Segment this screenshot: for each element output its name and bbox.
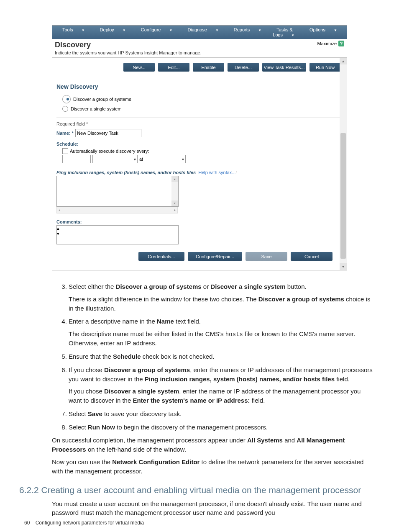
schedule-checkbox[interactable] (62, 148, 68, 154)
cancel-button[interactable]: Cancel (291, 252, 332, 261)
comments-label: Comments: (56, 219, 82, 224)
ping-label: Ping inclusion ranges, system (hosts) na… (56, 170, 196, 175)
radio-icon (62, 95, 71, 103)
run-now-button[interactable]: Run Now (309, 63, 341, 72)
radio-single-system[interactable]: Discover a single system (62, 106, 341, 112)
enable-button[interactable]: Enable (193, 63, 224, 72)
divider (56, 118, 341, 118)
section-heading: New Discovery (56, 83, 341, 90)
page-title: Discovery (55, 41, 91, 49)
new-button[interactable]: New... (123, 63, 155, 72)
section-6-2-2-body: You must create a user account on the ma… (52, 499, 375, 518)
textarea-scrollbar[interactable]: ▴▾ (57, 226, 178, 236)
schedule-heading: Schedule: (56, 141, 341, 146)
step-5: Ensure that the Schedule check box is no… (69, 352, 375, 361)
radio-label: Discover a group of systems (73, 97, 131, 102)
help-with-syntax-link[interactable]: Help with syntax... (198, 170, 235, 175)
menu-reports[interactable]: Reports▼ (226, 26, 269, 38)
name-field[interactable] (75, 129, 141, 137)
view-task-results-button[interactable]: View Task Results... (262, 63, 306, 72)
menu-options[interactable]: Options▼ (302, 26, 345, 38)
step-6: If you chose Discover a group of systems… (69, 365, 375, 405)
vertical-scrollbar[interactable]: ▲ ▼ (340, 58, 347, 270)
menu-help[interactable]: Help▼ (345, 26, 381, 38)
menu-tasks-logs[interactable]: Tasks & Logs▼ (269, 26, 302, 38)
radio-group-systems[interactable]: Discover a group of systems (62, 95, 341, 103)
save-button[interactable]: Save (246, 252, 287, 261)
comments-textarea[interactable]: ▴▾ (56, 225, 179, 244)
section-6-2-2-heading: 6.2.2 Creating a user account and enabli… (19, 485, 375, 496)
step-7: Select Save to save your discovery task. (69, 409, 375, 419)
scroll-down-icon[interactable]: ▼ (340, 263, 347, 270)
textarea-hscroll[interactable]: ◂▸ (56, 207, 178, 213)
edit-button[interactable]: Edit... (158, 63, 189, 72)
menu-deploy[interactable]: Deploy▼ (92, 26, 133, 38)
maximize-link[interactable]: Maximize (317, 41, 337, 46)
textarea-scrollbar[interactable]: ▴▾ (171, 176, 178, 206)
instructions: Select either the Discover a group of sy… (52, 282, 375, 475)
scroll-thumb[interactable] (340, 133, 346, 259)
delete-button[interactable]: Delete... (228, 63, 259, 72)
page-footer: 60 Configuring network parameters for vi… (24, 520, 144, 526)
schedule-time-select[interactable]: ▾ (145, 155, 186, 163)
required-note: Required field * (56, 121, 341, 126)
schedule-unit-select[interactable]: ▾ (92, 155, 138, 163)
subtitle: Indicate the systems you want HP Systems… (52, 50, 347, 57)
schedule-auto-label: Automatically execute discovery every: (70, 149, 149, 154)
schedule-at-label: at (139, 157, 143, 162)
radio-label: Discover a single system (71, 106, 122, 111)
menubar: Tools▼ Deploy▼ Configure▼ Diagnose▼ Repo… (52, 26, 347, 39)
menu-tools[interactable]: Tools▼ (55, 26, 92, 38)
ping-ranges-textarea[interactable]: ▴▾ (56, 176, 179, 207)
step-4: Enter a descriptive name in the Name tex… (69, 317, 375, 348)
schedule-value[interactable] (62, 155, 91, 163)
configure-repair-button[interactable]: Configure/Repair... (188, 252, 242, 261)
help-icon[interactable]: ? (338, 41, 344, 46)
step-8: Select Run Now to begin the discovery of… (69, 423, 375, 432)
scroll-up-icon[interactable]: ▲ (340, 58, 347, 64)
radio-icon (62, 106, 68, 112)
discovery-screenshot: Tools▼ Deploy▼ Configure▼ Diagnose▼ Repo… (52, 25, 347, 270)
menu-diagnose[interactable]: Diagnose▼ (180, 26, 226, 38)
credentials-button[interactable]: Credentials... (138, 252, 184, 261)
name-label: Name: * (56, 131, 74, 136)
step-3: Select either the Discover a group of sy… (69, 282, 375, 313)
menu-configure[interactable]: Configure▼ (133, 26, 180, 38)
